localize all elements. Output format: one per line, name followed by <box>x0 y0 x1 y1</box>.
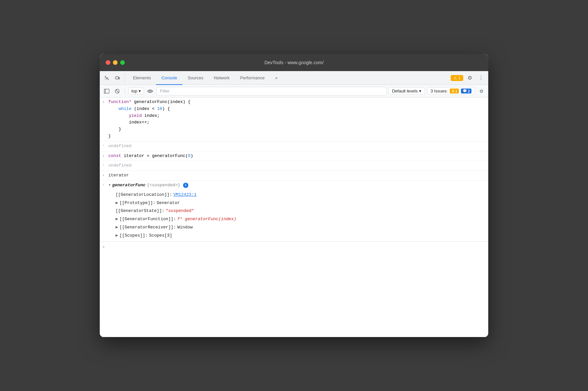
console-content: › function* generatorFunc(index) { while… <box>100 97 488 337</box>
sidebar-toggle-icon[interactable] <box>102 87 111 95</box>
svg-rect-2 <box>104 89 109 93</box>
console-input-row: › <box>100 242 488 253</box>
svg-rect-1 <box>119 77 120 79</box>
tab-performance[interactable]: Performance <box>235 71 270 85</box>
prop-generator-location: [[GeneratorLocation]]: VM12423:1 <box>116 191 486 199</box>
expand-arrow[interactable]: › <box>102 99 106 105</box>
generator-location-link[interactable]: VM12423:1 <box>174 192 197 198</box>
output-arrow-obj: ‹ <box>102 182 106 188</box>
expand-genfunc[interactable]: ▶ <box>116 216 118 223</box>
expand-prototype[interactable]: ▶ <box>116 200 118 207</box>
tab-sources[interactable]: Sources <box>182 71 209 85</box>
output-arrow-1: ‹ <box>102 143 106 149</box>
context-selector[interactable]: top ▾ <box>128 87 144 95</box>
filter-input[interactable] <box>156 87 387 95</box>
devtools-window: DevTools - www.google.com/ Elements <box>100 54 488 337</box>
prop-generator-receiver: ▶ [[GeneratorReceiver]]: Window <box>116 223 486 232</box>
tabs-right-actions: ⚠ 1 ⚙ ⋮ <box>451 73 486 83</box>
log-levels-selector[interactable]: Default levels ▾ <box>388 87 425 95</box>
maximize-button[interactable] <box>120 60 125 65</box>
svg-point-6 <box>149 90 151 92</box>
traffic-lights <box>106 60 125 65</box>
device-toggle-icon[interactable] <box>113 73 122 83</box>
toolbar-divider <box>125 88 125 94</box>
console-input[interactable] <box>108 245 486 249</box>
console-entry-function: › function* generatorFunc(index) { while… <box>100 97 488 142</box>
console-entry-undefined-2: ‹ undefined <box>100 161 488 171</box>
tabs-bar: Elements Console Sources Network Perform… <box>100 71 488 85</box>
console-prompt: › <box>102 244 105 251</box>
prop-scopes: ▶ [[Scopes]]: Scopes[3] <box>116 232 486 240</box>
warning-count-badge: ⚠ 1 <box>450 89 459 93</box>
prop-generator-function: ▶ [[GeneratorFunction]]: f* generatorFun… <box>116 215 486 223</box>
console-entry-undefined-1: ‹ undefined <box>100 142 488 151</box>
input-arrow-3[interactable]: › <box>102 173 106 179</box>
inspect-icon[interactable] <box>102 73 112 83</box>
close-button[interactable] <box>106 60 110 65</box>
minimize-button[interactable] <box>113 60 118 65</box>
main-tabs: Elements Console Sources Network Perform… <box>128 71 451 85</box>
console-toolbar: top ▾ Default levels ▾ 3 Issues: ⚠ 1 💬 2… <box>100 85 488 97</box>
console-entry-iterator-log: › iterator <box>100 171 488 181</box>
console-entry-generator-obj: ‹ ▾ generatorFunc {<suspended>} i [[Gene… <box>100 181 488 242</box>
window-title: DevTools - www.google.com/ <box>264 60 324 65</box>
tab-elements[interactable]: Elements <box>128 71 156 85</box>
info-count-badge: 💬 2 <box>461 89 471 93</box>
svg-line-5 <box>116 90 119 92</box>
issues-counter[interactable]: 3 Issues: ⚠ 1 💬 2 <box>427 87 475 95</box>
collapse-obj-arrow[interactable]: ▾ <box>108 182 111 189</box>
console-entry-const: › const iterator = generatorFunc(0) <box>100 151 488 161</box>
info-icon[interactable]: i <box>183 183 188 188</box>
tab-network[interactable]: Network <box>209 71 235 85</box>
live-expression-icon[interactable] <box>146 87 154 95</box>
output-arrow-2: ‹ <box>102 162 106 168</box>
tab-icon-group <box>102 73 125 83</box>
svg-rect-0 <box>116 77 119 79</box>
tab-more[interactable]: » <box>270 71 283 85</box>
console-settings-icon[interactable]: ⚙ <box>477 87 486 95</box>
prop-prototype: ▶ [[Prototype]]: Generator <box>116 199 486 207</box>
title-bar: DevTools - www.google.com/ <box>100 54 488 71</box>
entry-body: function* generatorFunc(index) { while (… <box>108 99 486 140</box>
tab-console[interactable]: Console <box>156 71 182 85</box>
expand-genreceiver[interactable]: ▶ <box>116 224 118 231</box>
expand-scopes[interactable]: ▶ <box>116 232 118 239</box>
input-arrow-2[interactable]: › <box>102 153 106 159</box>
settings-icon[interactable]: ⚙ <box>465 73 474 83</box>
warning-badge[interactable]: ⚠ 1 <box>451 75 463 81</box>
clear-console-icon[interactable] <box>113 87 121 95</box>
more-options-icon[interactable]: ⋮ <box>476 73 486 83</box>
prop-generator-state: [[GeneratorState]]: "suspended" <box>116 207 486 215</box>
